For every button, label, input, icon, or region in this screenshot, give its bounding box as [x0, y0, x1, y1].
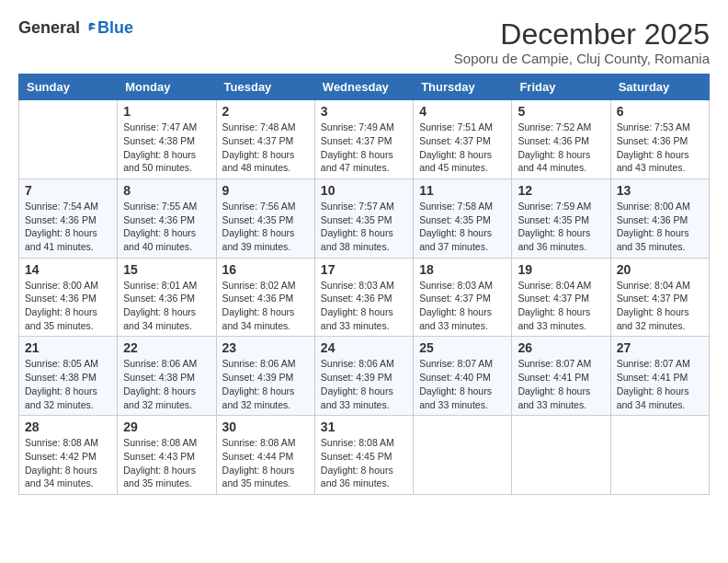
- calendar-header-sunday: Sunday: [19, 75, 118, 100]
- calendar-header-monday: Monday: [118, 75, 216, 100]
- day-number: 9: [222, 183, 309, 198]
- calendar-cell: 21Sunrise: 8:05 AMSunset: 4:38 PMDayligh…: [19, 337, 118, 416]
- day-info: Sunrise: 8:07 AMSunset: 4:41 PMDaylight:…: [518, 357, 604, 411]
- day-number: 12: [518, 183, 604, 198]
- day-number: 28: [25, 419, 111, 434]
- calendar-header-tuesday: Tuesday: [216, 75, 314, 100]
- day-info: Sunrise: 8:02 AMSunset: 4:36 PMDaylight:…: [222, 279, 309, 333]
- day-info: Sunrise: 8:03 AMSunset: 4:37 PMDaylight:…: [419, 279, 506, 333]
- day-number: 4: [419, 104, 506, 119]
- logo-blue-text: Blue: [97, 18, 133, 38]
- day-info: Sunrise: 7:59 AMSunset: 4:35 PMDaylight:…: [518, 200, 604, 254]
- calendar-cell: 15Sunrise: 8:01 AMSunset: 4:36 PMDayligh…: [118, 258, 216, 337]
- day-info: Sunrise: 8:01 AMSunset: 4:36 PMDaylight:…: [123, 279, 210, 333]
- day-number: 25: [419, 340, 506, 355]
- calendar-week-row: 14Sunrise: 8:00 AMSunset: 4:36 PMDayligh…: [19, 258, 710, 337]
- calendar-cell: 2Sunrise: 7:48 AMSunset: 4:37 PMDaylight…: [216, 100, 314, 179]
- day-info: Sunrise: 8:06 AMSunset: 4:38 PMDaylight:…: [123, 357, 210, 411]
- day-info: Sunrise: 7:49 AMSunset: 4:37 PMDaylight:…: [321, 121, 407, 175]
- calendar-header-wednesday: Wednesday: [314, 75, 413, 100]
- calendar-cell: 27Sunrise: 8:07 AMSunset: 4:41 PMDayligh…: [610, 337, 709, 416]
- calendar-cell: 1Sunrise: 7:47 AMSunset: 4:38 PMDaylight…: [118, 100, 216, 179]
- day-info: Sunrise: 7:56 AMSunset: 4:35 PMDaylight:…: [222, 200, 309, 254]
- calendar-cell: 25Sunrise: 8:07 AMSunset: 4:40 PMDayligh…: [414, 337, 512, 416]
- calendar-cell: 29Sunrise: 8:08 AMSunset: 4:43 PMDayligh…: [118, 416, 216, 495]
- day-info: Sunrise: 8:06 AMSunset: 4:39 PMDaylight:…: [222, 357, 309, 411]
- calendar-cell: 23Sunrise: 8:06 AMSunset: 4:39 PMDayligh…: [216, 337, 314, 416]
- month-title: December 2025: [454, 18, 710, 51]
- calendar-cell: 22Sunrise: 8:06 AMSunset: 4:38 PMDayligh…: [118, 337, 216, 416]
- day-number: 18: [419, 262, 506, 277]
- calendar-cell: 8Sunrise: 7:55 AMSunset: 4:36 PMDaylight…: [118, 178, 216, 258]
- day-info: Sunrise: 8:08 AMSunset: 4:43 PMDaylight:…: [123, 436, 210, 490]
- calendar-cell: [610, 416, 709, 495]
- calendar-cell: 11Sunrise: 7:58 AMSunset: 4:35 PMDayligh…: [414, 178, 512, 258]
- day-number: 21: [25, 340, 111, 355]
- day-number: 20: [617, 262, 703, 277]
- day-info: Sunrise: 7:51 AMSunset: 4:37 PMDaylight:…: [419, 121, 506, 175]
- day-info: Sunrise: 8:05 AMSunset: 4:38 PMDaylight:…: [25, 357, 111, 411]
- calendar-week-row: 28Sunrise: 8:08 AMSunset: 4:42 PMDayligh…: [19, 416, 710, 495]
- calendar-cell: 6Sunrise: 7:53 AMSunset: 4:36 PMDaylight…: [610, 100, 709, 179]
- day-number: 14: [25, 262, 111, 277]
- day-info: Sunrise: 8:04 AMSunset: 4:37 PMDaylight:…: [518, 279, 604, 333]
- calendar-cell: 3Sunrise: 7:49 AMSunset: 4:37 PMDaylight…: [314, 100, 413, 179]
- day-number: 15: [123, 262, 210, 277]
- calendar-table: SundayMondayTuesdayWednesdayThursdayFrid…: [18, 74, 710, 495]
- calendar-cell: [414, 416, 512, 495]
- calendar-cell: 17Sunrise: 8:03 AMSunset: 4:36 PMDayligh…: [314, 258, 413, 337]
- logo-area: General Blue: [18, 18, 133, 38]
- calendar-header-friday: Friday: [512, 75, 610, 100]
- day-number: 26: [518, 340, 604, 355]
- day-number: 6: [617, 104, 703, 119]
- calendar-cell: 14Sunrise: 8:00 AMSunset: 4:36 PMDayligh…: [19, 258, 118, 337]
- day-number: 31: [321, 419, 407, 434]
- calendar-cell: 5Sunrise: 7:52 AMSunset: 4:36 PMDaylight…: [512, 100, 610, 179]
- day-info: Sunrise: 8:03 AMSunset: 4:36 PMDaylight:…: [321, 279, 407, 333]
- location-subtitle: Soporu de Campie, Cluj County, Romania: [454, 51, 710, 66]
- day-info: Sunrise: 8:08 AMSunset: 4:44 PMDaylight:…: [222, 436, 309, 490]
- day-number: 27: [617, 340, 703, 355]
- day-info: Sunrise: 8:00 AMSunset: 4:36 PMDaylight:…: [617, 200, 703, 254]
- logo: General Blue: [18, 18, 133, 38]
- calendar-cell: 30Sunrise: 8:08 AMSunset: 4:44 PMDayligh…: [216, 416, 314, 495]
- calendar-cell: 4Sunrise: 7:51 AMSunset: 4:37 PMDaylight…: [414, 100, 512, 179]
- day-info: Sunrise: 8:00 AMSunset: 4:36 PMDaylight:…: [25, 279, 111, 333]
- day-info: Sunrise: 7:53 AMSunset: 4:36 PMDaylight:…: [617, 121, 703, 175]
- day-number: 22: [123, 340, 210, 355]
- day-info: Sunrise: 7:54 AMSunset: 4:36 PMDaylight:…: [25, 200, 111, 254]
- day-info: Sunrise: 7:47 AMSunset: 4:38 PMDaylight:…: [123, 121, 210, 175]
- calendar-cell: 28Sunrise: 8:08 AMSunset: 4:42 PMDayligh…: [19, 416, 118, 495]
- day-info: Sunrise: 8:08 AMSunset: 4:45 PMDaylight:…: [321, 436, 407, 490]
- day-info: Sunrise: 7:48 AMSunset: 4:37 PMDaylight:…: [222, 121, 309, 175]
- title-area: December 2025 Soporu de Campie, Cluj Cou…: [454, 18, 710, 66]
- calendar-week-row: 7Sunrise: 7:54 AMSunset: 4:36 PMDaylight…: [19, 178, 710, 258]
- day-info: Sunrise: 7:57 AMSunset: 4:35 PMDaylight:…: [321, 200, 407, 254]
- page-header: General Blue December 2025 Soporu de Cam…: [18, 18, 710, 66]
- day-info: Sunrise: 7:58 AMSunset: 4:35 PMDaylight:…: [419, 200, 506, 254]
- day-number: 23: [222, 340, 309, 355]
- day-number: 5: [518, 104, 604, 119]
- day-info: Sunrise: 8:08 AMSunset: 4:42 PMDaylight:…: [25, 436, 111, 490]
- calendar-cell: 16Sunrise: 8:02 AMSunset: 4:36 PMDayligh…: [216, 258, 314, 337]
- day-info: Sunrise: 7:52 AMSunset: 4:36 PMDaylight:…: [518, 121, 604, 175]
- day-info: Sunrise: 8:06 AMSunset: 4:39 PMDaylight:…: [321, 357, 407, 411]
- day-number: 8: [123, 183, 210, 198]
- calendar-cell: 13Sunrise: 8:00 AMSunset: 4:36 PMDayligh…: [610, 178, 709, 258]
- calendar-cell: 20Sunrise: 8:04 AMSunset: 4:37 PMDayligh…: [610, 258, 709, 337]
- day-number: 1: [123, 104, 210, 119]
- calendar-cell: [19, 100, 118, 179]
- day-info: Sunrise: 8:07 AMSunset: 4:41 PMDaylight:…: [617, 357, 703, 411]
- calendar-cell: 7Sunrise: 7:54 AMSunset: 4:36 PMDaylight…: [19, 178, 118, 258]
- calendar-cell: 10Sunrise: 7:57 AMSunset: 4:35 PMDayligh…: [314, 178, 413, 258]
- logo-bird-icon: [81, 20, 97, 37]
- calendar-cell: 18Sunrise: 8:03 AMSunset: 4:37 PMDayligh…: [414, 258, 512, 337]
- day-number: 19: [518, 262, 604, 277]
- calendar-cell: 24Sunrise: 8:06 AMSunset: 4:39 PMDayligh…: [314, 337, 413, 416]
- calendar-week-row: 1Sunrise: 7:47 AMSunset: 4:38 PMDaylight…: [19, 100, 710, 179]
- day-number: 30: [222, 419, 309, 434]
- calendar-cell: 19Sunrise: 8:04 AMSunset: 4:37 PMDayligh…: [512, 258, 610, 337]
- calendar-header-row: SundayMondayTuesdayWednesdayThursdayFrid…: [19, 75, 710, 100]
- day-number: 11: [419, 183, 506, 198]
- day-number: 29: [123, 419, 210, 434]
